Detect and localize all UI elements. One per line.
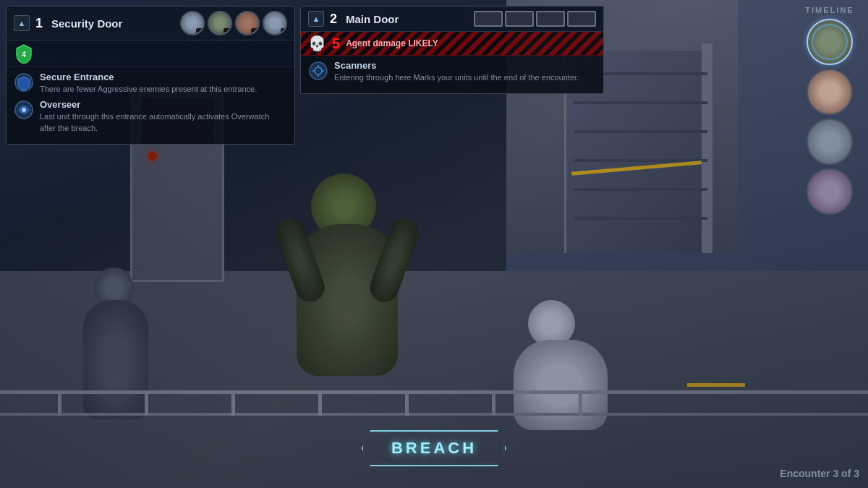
agent-portrait-4[interactable]: 4 — [263, 11, 287, 35]
shield-badge: 4 — [7, 40, 294, 67]
agent-1-number: -1 — [196, 28, 205, 35]
secure-entrance-desc: There are fewer Aggressive enemies prese… — [40, 84, 287, 95]
scanners-name: Scanners — [334, 60, 596, 72]
overseer-text: Overseer Last unit through this entrance… — [40, 99, 287, 134]
skull-icon: 💀 — [308, 35, 326, 52]
overseer-icon — [14, 100, 34, 120]
timeline-portraits — [797, 19, 862, 215]
svg-point-3 — [22, 108, 26, 112]
danger-bar: 💀 5 Agent damage LIKELY — [301, 32, 603, 56]
trait-overseer: Overseer Last unit through this entrance… — [14, 99, 287, 134]
agent-portrait-3[interactable]: -3 — [235, 11, 260, 35]
agent-slot-3: -3 — [235, 11, 260, 35]
door-2-header: ▲ 2 Main Door — [301, 7, 603, 32]
overseer-desc: Last unit through this entrance automati… — [40, 111, 287, 134]
agent-2-number: -2 — [224, 28, 232, 35]
secure-entrance-icon — [14, 72, 34, 93]
door-2-number: 2 — [330, 12, 337, 27]
encounter-counter: Encounter 3 of 3 — [780, 468, 859, 479]
door-1-header: ▲ 1 Security Door -1 -2 -3 4 — [7, 7, 294, 40]
timeline-portrait-4[interactable] — [807, 168, 853, 215]
agent-3-number: -3 — [251, 28, 260, 35]
trait-secure-entrance: Secure Entrance There are fewer Aggressi… — [14, 72, 287, 95]
scanners-desc: Entering through here Marks your units u… — [334, 72, 596, 83]
door-2-arrow[interactable]: ▲ — [308, 11, 324, 27]
hp-box-1 — [474, 11, 503, 27]
trait-scanners: Scanners Entering through here Marks you… — [308, 60, 596, 83]
secure-entrance-text: Secure Entrance There are fewer Aggressi… — [40, 72, 287, 95]
door-1-traits: Secure Entrance There are fewer Aggressi… — [7, 67, 294, 144]
agent-slot-1: -1 — [180, 11, 205, 35]
door-2-traits: Scanners Entering through here Marks you… — [301, 56, 603, 93]
door-1-agents: -1 -2 -3 4 — [180, 11, 287, 35]
danger-text: Agent damage LIKELY — [346, 38, 438, 48]
door-1-title: Security Door — [51, 17, 174, 30]
breach-button[interactable]: BREACH — [362, 430, 506, 466]
door-panel-1: ▲ 1 Security Door -1 -2 -3 4 — [6, 6, 295, 145]
agent-portrait-2[interactable]: -2 — [208, 11, 232, 35]
hp-box-3 — [536, 11, 565, 27]
agent-slot-4: 4 — [263, 11, 287, 35]
hp-box-2 — [505, 11, 534, 27]
timeline-portrait-3[interactable] — [807, 119, 853, 165]
agent-4-number: 4 — [281, 28, 287, 35]
scanners-icon — [308, 61, 328, 81]
timeline-portrait-2[interactable] — [807, 69, 853, 115]
agent-portrait-1[interactable]: -1 — [180, 11, 205, 35]
door-1-arrow[interactable]: ▲ — [14, 15, 30, 31]
hp-box-4 — [567, 11, 596, 27]
door-panel-2: ▲ 2 Main Door 💀 5 Agent damage LIKELY — [300, 6, 604, 94]
timeline-portrait-1[interactable] — [807, 19, 853, 65]
secure-entrance-name: Secure Entrance — [40, 72, 287, 84]
timeline-panel: TIMELINE — [797, 6, 862, 215]
scanners-text: Scanners Entering through here Marks you… — [334, 60, 596, 83]
agent-slot-2: -2 — [208, 11, 232, 35]
overseer-name: Overseer — [40, 99, 287, 111]
danger-number: 5 — [332, 35, 340, 52]
door-1-number: 1 — [35, 16, 43, 31]
timeline-label: TIMELINE — [797, 6, 862, 14]
svg-point-4 — [310, 62, 327, 80]
shield-icon: 4 — [14, 43, 34, 64]
svg-text:4: 4 — [22, 51, 26, 59]
door-2-hp-boxes — [474, 11, 596, 27]
door-2-title: Main Door — [346, 13, 462, 25]
